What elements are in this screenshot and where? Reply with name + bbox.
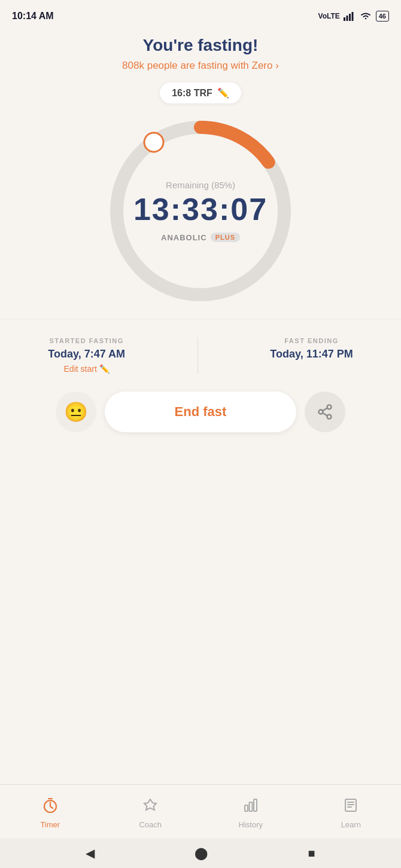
svg-rect-15 bbox=[249, 802, 252, 811]
actions-row: 😐 End fast bbox=[0, 386, 401, 444]
svg-point-6 bbox=[144, 133, 163, 152]
svg-rect-3 bbox=[351, 12, 353, 21]
nav-history[interactable]: History bbox=[200, 797, 301, 829]
recent-button[interactable]: ■ bbox=[308, 846, 315, 860]
fasting-plan-badge[interactable]: 16:8 TRF ✏️ bbox=[160, 82, 241, 103]
share-icon bbox=[317, 404, 333, 420]
state-label: ANABOLIC bbox=[161, 233, 207, 242]
circle-timer: Remaining (85%) 13:33:07 ANABOLIC PLUS bbox=[105, 115, 296, 307]
history-label: History bbox=[239, 820, 263, 829]
volte-icon: VoLTE bbox=[318, 12, 340, 20]
timer-display: 13:33:07 bbox=[133, 192, 268, 227]
started-fasting-block: STARTED FASTING Today, 7:47 AM Edit star… bbox=[48, 337, 125, 374]
bottom-nav: Timer Coach History Lea bbox=[0, 784, 401, 838]
ending-title: FAST ENDING bbox=[270, 337, 353, 344]
learn-label: Learn bbox=[341, 820, 361, 829]
info-divider bbox=[198, 337, 198, 374]
edit-start-icon: ✏️ bbox=[99, 364, 110, 374]
svg-line-10 bbox=[323, 413, 327, 416]
nav-learn[interactable]: Learn bbox=[301, 797, 402, 829]
ending-value: Today, 11:47 PM bbox=[270, 348, 353, 360]
learn-icon bbox=[342, 797, 359, 818]
coach-icon bbox=[142, 797, 159, 818]
main-content: You're fasting! 808k people are fasting … bbox=[0, 30, 401, 307]
status-icons: VoLTE 46 bbox=[318, 11, 389, 22]
timer-icon bbox=[42, 797, 59, 818]
svg-marker-13 bbox=[144, 799, 156, 810]
nav-timer[interactable]: Timer bbox=[0, 797, 101, 829]
fasting-subtitle[interactable]: 808k people are fasting with Zero › bbox=[18, 60, 383, 72]
svg-rect-14 bbox=[245, 805, 248, 811]
share-button[interactable] bbox=[305, 392, 345, 432]
svg-rect-0 bbox=[344, 17, 345, 21]
started-title: STARTED FASTING bbox=[48, 337, 125, 344]
signal-icon bbox=[344, 11, 356, 21]
battery-icon: 46 bbox=[376, 11, 389, 22]
status-time: 10:14 AM bbox=[12, 11, 54, 22]
coach-label: Coach bbox=[139, 820, 162, 829]
status-bar: 10:14 AM VoLTE 46 bbox=[0, 0, 401, 30]
circle-inner: Remaining (85%) 13:33:07 ANABOLIC PLUS bbox=[133, 180, 268, 242]
started-value: Today, 7:47 AM bbox=[48, 348, 125, 360]
fasting-state-badge: ANABOLIC PLUS bbox=[133, 233, 268, 242]
fasting-title: You're fasting! bbox=[18, 36, 383, 55]
fasting-info: STARTED FASTING Today, 7:47 AM Edit star… bbox=[0, 319, 401, 386]
system-bar: ◀ ⬤ ■ bbox=[0, 838, 401, 868]
edit-plan-icon: ✏️ bbox=[217, 87, 229, 99]
wifi-icon bbox=[359, 11, 372, 21]
mood-button[interactable]: 😐 bbox=[56, 392, 96, 432]
plus-badge: PLUS bbox=[211, 233, 240, 242]
svg-rect-1 bbox=[346, 16, 348, 21]
back-button[interactable]: ◀ bbox=[86, 846, 95, 860]
edit-start-button[interactable]: Edit start ✏️ bbox=[48, 364, 125, 374]
svg-line-11 bbox=[323, 408, 327, 411]
svg-rect-2 bbox=[349, 14, 351, 21]
history-icon bbox=[242, 797, 259, 818]
home-button[interactable]: ⬤ bbox=[195, 846, 208, 860]
timer-label: Timer bbox=[40, 820, 60, 829]
svg-rect-16 bbox=[254, 799, 257, 811]
end-fast-button[interactable]: End fast bbox=[105, 392, 296, 432]
nav-coach[interactable]: Coach bbox=[101, 797, 201, 829]
fast-ending-block: FAST ENDING Today, 11:47 PM bbox=[270, 337, 353, 374]
remaining-label: Remaining (85%) bbox=[133, 180, 268, 190]
fasting-plan-text: 16:8 TRF bbox=[172, 88, 212, 99]
